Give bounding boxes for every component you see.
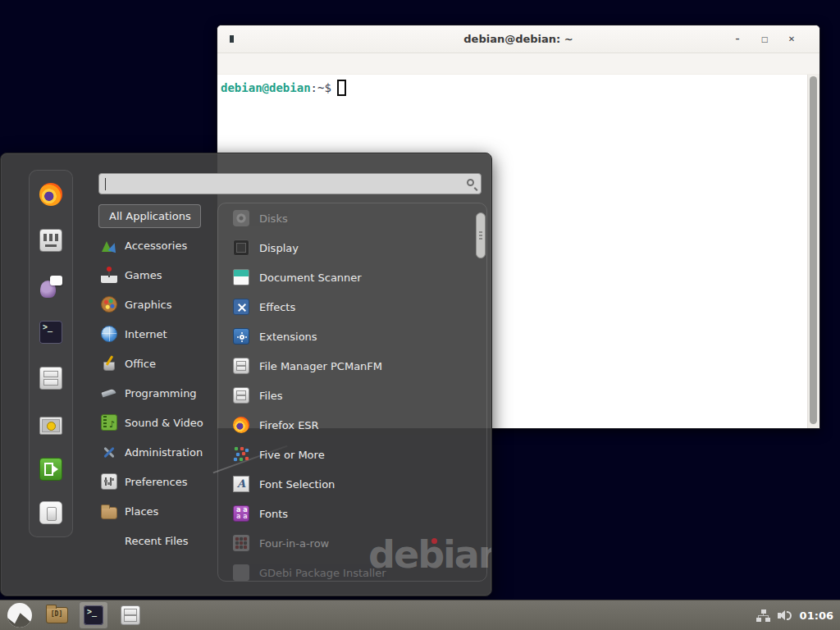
firefox-esr-item[interactable]: Firefox ESR xyxy=(218,410,486,440)
display-item[interactable]: Display xyxy=(218,233,486,262)
volume-icon[interactable] xyxy=(778,609,792,622)
disks-icon xyxy=(233,210,249,226)
firefox-icon xyxy=(233,417,249,433)
sound-video-icon xyxy=(101,414,117,431)
programming-item[interactable]: Programming xyxy=(93,378,217,408)
four-in-a-row-item[interactable]: Four-in-a-row xyxy=(218,528,486,558)
recent-files-item[interactable]: Recent Files xyxy=(93,526,217,555)
all-applications-button[interactable]: All Applications xyxy=(98,204,201,228)
accessories-item[interactable]: Accessories xyxy=(93,231,217,260)
terminal-prompt: debian@debian:~$ xyxy=(221,80,346,96)
close-button[interactable]: ✕ xyxy=(785,33,798,46)
font-selection-item[interactable]: Font Selection xyxy=(218,469,486,499)
file-manager-icon xyxy=(121,605,140,625)
effects-icon xyxy=(233,299,249,315)
places-item[interactable]: Places xyxy=(93,496,217,526)
effects-item[interactable]: Effects xyxy=(218,292,486,322)
search-box xyxy=(98,173,482,194)
fonts-icon xyxy=(233,505,249,522)
games-item[interactable]: Games xyxy=(93,260,217,290)
programming-icon xyxy=(101,385,117,401)
terminal-menubar xyxy=(217,53,819,75)
gdebi-icon xyxy=(233,564,249,581)
text-caret xyxy=(105,178,106,190)
terminal-titlebar[interactable]: debian@debian: ~ – □ ✕ xyxy=(217,25,819,53)
five-or-more-icon xyxy=(233,446,249,463)
applications-pane: Disks Display Document Scanner Effects E… xyxy=(217,203,487,582)
gdebi-package-installer-item[interactable]: GDebi Package Installer xyxy=(218,558,486,582)
favorites-group xyxy=(39,182,63,390)
extensions-item[interactable]: Extensions xyxy=(218,322,486,351)
office-item[interactable]: Office xyxy=(93,349,217,378)
shutdown-icon xyxy=(39,501,62,524)
terminal-icon xyxy=(39,321,62,344)
terminal-launcher[interactable] xyxy=(79,601,108,629)
fonts-item[interactable]: Fonts xyxy=(218,499,486,528)
office-icon xyxy=(101,355,117,372)
places-icon xyxy=(101,507,117,519)
search-icon xyxy=(467,179,474,186)
file-cabinet-launcher[interactable] xyxy=(116,601,145,629)
menu-button[interactable] xyxy=(5,601,34,629)
lock-screen-icon xyxy=(39,417,62,435)
desktop: debian@debian: ~ – □ ✕ debian@debian:~$ … xyxy=(0,0,840,630)
minimize-button[interactable]: – xyxy=(731,33,744,46)
shutdown[interactable] xyxy=(39,500,63,525)
terminal-scrollbar[interactable] xyxy=(807,75,819,428)
administration-icon xyxy=(101,444,117,460)
folder-d-icon xyxy=(46,607,68,623)
terminal-icon xyxy=(84,605,103,625)
accessories-icon xyxy=(101,237,117,253)
file-manager-icon xyxy=(233,358,249,374)
sound-video-item[interactable]: Sound & Video xyxy=(93,408,217,437)
network-icon[interactable] xyxy=(756,609,770,622)
font-selection-icon xyxy=(233,476,249,492)
graphics-item[interactable]: Graphics xyxy=(93,290,217,319)
session-group xyxy=(39,413,63,525)
file-manager-icon xyxy=(233,387,249,404)
disks-item[interactable]: Disks xyxy=(218,203,486,233)
search-input[interactable] xyxy=(99,174,481,194)
firefox[interactable] xyxy=(39,182,63,207)
logout[interactable] xyxy=(39,457,63,482)
terminal-scrollbar-thumb[interactable] xyxy=(810,76,817,424)
extensions-icon xyxy=(233,328,249,345)
file-manager[interactable] xyxy=(39,366,63,390)
maximize-button[interactable]: □ xyxy=(758,33,771,46)
terminal[interactable] xyxy=(39,320,63,345)
taskbar-tray: 01:06 xyxy=(756,609,840,622)
terminal-cursor xyxy=(337,80,346,96)
terminal-title: debian@debian: ~ xyxy=(217,25,819,53)
prompt-suffix: :~$ xyxy=(311,81,331,94)
internet-icon xyxy=(101,326,117,342)
document-scanner-item[interactable]: Document Scanner xyxy=(218,262,486,292)
display-icon xyxy=(233,240,249,256)
files-item[interactable]: Files xyxy=(218,381,486,410)
preferences-icon xyxy=(101,473,117,490)
software[interactable] xyxy=(39,228,63,253)
software-icon xyxy=(39,229,62,252)
games-icon xyxy=(101,267,117,283)
four-in-a-row-icon xyxy=(233,535,249,551)
application-menu: debian All Applications Accessories xyxy=(0,153,492,596)
taskbar: 01:06 xyxy=(0,600,840,630)
file-manager-pcmanfm-item[interactable]: File Manager PCManFM xyxy=(218,351,486,381)
prompt-user: debian@debian xyxy=(221,81,311,94)
administration-item[interactable]: Administration xyxy=(93,437,217,467)
menu-logo-icon xyxy=(7,603,32,628)
graphics-icon xyxy=(101,296,117,313)
clock[interactable]: 01:06 xyxy=(800,609,833,622)
internet-item[interactable]: Internet xyxy=(93,319,217,349)
firefox-icon xyxy=(39,183,62,206)
pidgin[interactable] xyxy=(39,274,63,299)
file-manager-icon xyxy=(39,367,62,390)
preferences-item[interactable]: Preferences xyxy=(93,467,217,496)
apps-scrollbar-thumb[interactable] xyxy=(476,212,486,258)
document-scanner-icon xyxy=(233,269,249,285)
category-list: Accessories Games Graphics Internet Offi… xyxy=(93,231,217,555)
files-launcher[interactable] xyxy=(42,601,71,629)
lock-screen[interactable] xyxy=(39,413,63,438)
five-or-more-item[interactable]: Five or More xyxy=(218,440,486,469)
favorites-column xyxy=(29,170,73,537)
logout-icon xyxy=(39,458,62,481)
